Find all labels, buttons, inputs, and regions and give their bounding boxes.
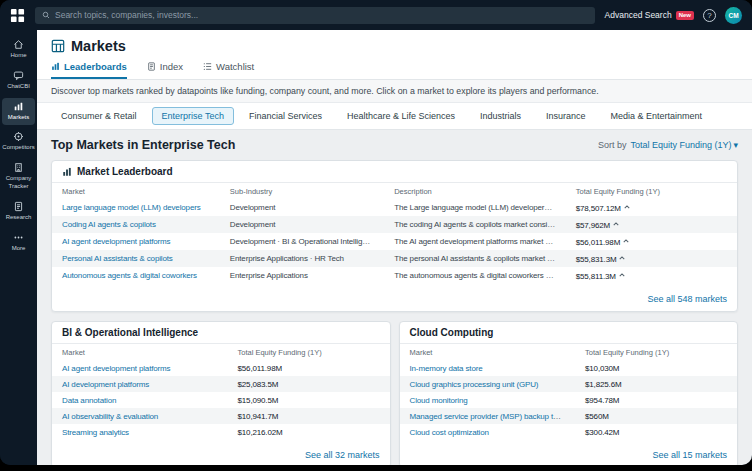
table-row[interactable]: Cloud graphics processing unit (GPU)$1,8…	[400, 376, 738, 392]
col-sub-industry: Sub-Industry	[220, 183, 384, 199]
market-link[interactable]: Streaming analytics	[62, 428, 129, 437]
home-icon	[13, 39, 24, 50]
category-insurance[interactable]: Insurance	[536, 107, 596, 125]
ellipsis-icon	[13, 232, 24, 243]
market-link[interactable]: AI agent development platforms	[62, 364, 170, 373]
content-area: Top Markets in Enterprise Tech Sort by T…	[37, 130, 752, 465]
cloud-computing-card: Cloud Computing Market Total Equity Fund…	[399, 321, 739, 465]
market-link[interactable]: Coding AI agents & copilots	[62, 220, 156, 229]
sidebar-item-chatcbi[interactable]: ChatCBI	[2, 67, 35, 95]
new-badge: New	[676, 11, 694, 20]
sidebar: Home ChatCBI Markets Competitors Company…	[0, 30, 37, 465]
help-icon[interactable]: ?	[703, 9, 716, 22]
market-link[interactable]: AI agent development platforms	[62, 237, 170, 246]
category-industrials[interactable]: Industrials	[470, 107, 531, 125]
table-row[interactable]: Data annotation$15,090.5M	[52, 392, 390, 408]
trend-icon	[619, 271, 625, 280]
search-input[interactable]	[55, 10, 588, 20]
market-link[interactable]: Cloud monitoring	[410, 396, 468, 405]
market-link[interactable]: Managed service provider (MSP) backup to…	[410, 412, 568, 421]
col-market: Market	[52, 183, 220, 199]
table-row[interactable]: AI observability & evaluation$10,941.7M	[52, 408, 390, 424]
page-title: Markets	[71, 38, 126, 54]
market-link[interactable]: Data annotation	[62, 396, 116, 405]
topbar: Advanced Search New ? CM	[0, 0, 752, 30]
leaderboards-icon	[51, 62, 60, 71]
sidebar-item-markets[interactable]: Markets	[2, 98, 35, 126]
market-link[interactable]: AI observability & evaluation	[62, 412, 158, 421]
table-row[interactable]: Autonomous agents & digital coworkers En…	[52, 267, 737, 284]
category-financial-services[interactable]: Financial Services	[239, 107, 332, 125]
app-logo-icon[interactable]	[10, 8, 25, 23]
funding-value: $56,011.98M	[576, 238, 620, 247]
document-icon	[13, 201, 24, 212]
sidebar-item-more[interactable]: More	[2, 229, 35, 257]
see-all-bi-markets-link[interactable]: See all 32 markets	[305, 450, 380, 460]
mini-table: Market Total Equity Funding (1Y) AI agen…	[52, 344, 390, 440]
market-link[interactable]: Cloud graphics processing unit (GPU)	[410, 380, 539, 389]
sidebar-item-research[interactable]: Research	[2, 198, 35, 226]
table-row[interactable]: AI development platforms$25,083.5M	[52, 376, 390, 392]
table-row[interactable]: Cloud monitoring$954.78M	[400, 392, 738, 408]
see-all-markets-link[interactable]: See all 548 markets	[647, 294, 727, 304]
category-enterprise-tech[interactable]: Enterprise Tech	[152, 107, 234, 125]
bi-operational-intelligence-card: BI & Operational Intelligence Market Tot…	[51, 321, 391, 465]
sidebar-item-competitors[interactable]: Competitors	[2, 128, 35, 156]
tab-leaderboards[interactable]: Leaderboards	[51, 61, 127, 79]
card-title: Cloud Computing	[410, 327, 494, 338]
main-content: Markets Leaderboards Index Watchlist Dis…	[37, 30, 752, 465]
tab-index[interactable]: Index	[147, 61, 183, 79]
table-row[interactable]: Cloud cost optimization$300.42M	[400, 424, 738, 440]
global-search[interactable]	[35, 7, 595, 24]
table-row[interactable]: AI agent development platforms$56,011.98…	[52, 360, 390, 376]
avatar[interactable]: CM	[725, 7, 742, 24]
category-media-entertainment[interactable]: Media & Entertainment	[601, 107, 713, 125]
page-header: Markets Leaderboards Index Watchlist	[37, 30, 752, 80]
advanced-search-button[interactable]: Advanced Search New	[605, 10, 694, 20]
funding-value: $57,962M	[576, 221, 610, 230]
trend-icon	[623, 237, 629, 246]
tab-watchlist[interactable]: Watchlist	[203, 61, 254, 79]
funding-value: $55,831.3M	[576, 255, 617, 264]
table-row[interactable]: Personal AI assistants & copilots Enterp…	[52, 250, 737, 267]
sort-value-dropdown[interactable]: Total Equity Funding (1Y) ▾	[630, 140, 738, 150]
building-icon	[13, 162, 24, 173]
section-title: Top Markets in Enterprise Tech	[51, 138, 235, 152]
mini-table: Market Total Equity Funding (1Y) In-memo…	[400, 344, 738, 440]
sidebar-item-home[interactable]: Home	[2, 36, 35, 64]
sort-by: Sort by Total Equity Funding (1Y) ▾	[598, 140, 738, 150]
table-row[interactable]: AI agent development platforms Developme…	[52, 233, 737, 250]
category-healthcare-life-sciences[interactable]: Healthcare & Life Sciences	[337, 107, 465, 125]
mini-cards-row: BI & Operational Intelligence Market Tot…	[51, 321, 738, 465]
sort-by-label: Sort by	[598, 140, 627, 150]
market-link[interactable]: Autonomous agents & digital coworkers	[62, 271, 197, 280]
funding-value: $55,811.3M	[576, 272, 616, 281]
market-link[interactable]: Cloud cost optimization	[410, 428, 489, 437]
caret-down-icon: ▾	[733, 140, 738, 150]
index-icon	[147, 62, 156, 71]
card-title: Market Leaderboard	[77, 166, 173, 177]
see-all-cloud-markets-link[interactable]: See all 15 markets	[652, 450, 727, 460]
table-row[interactable]: Large language model (LLM) developers De…	[52, 199, 737, 216]
market-link[interactable]: Large language model (LLM) developers	[62, 203, 201, 212]
category-consumer-retail[interactable]: Consumer & Retail	[51, 107, 147, 125]
markets-page-icon	[51, 39, 65, 53]
sidebar-item-company-tracker[interactable]: Company Tracker	[2, 159, 35, 195]
market-link[interactable]: AI development platforms	[62, 380, 149, 389]
topbar-right: Advanced Search New ? CM	[605, 7, 742, 24]
trend-icon	[613, 220, 619, 229]
leaderboard-table: Market Sub-Industry Description Total Eq…	[52, 183, 737, 284]
market-link[interactable]: Personal AI assistants & copilots	[62, 254, 173, 263]
table-row[interactable]: Streaming analytics$10,216.02M	[52, 424, 390, 440]
target-icon	[13, 131, 24, 142]
page-description: Discover top markets ranked by datapoint…	[37, 80, 752, 103]
table-row[interactable]: Managed service provider (MSP) backup to…	[400, 408, 738, 424]
markets-icon	[13, 101, 24, 112]
trend-icon	[624, 203, 630, 212]
market-link[interactable]: In-memory data store	[410, 364, 483, 373]
table-row[interactable]: Coding AI agents & copilots Development …	[52, 216, 737, 233]
watchlist-icon	[203, 62, 212, 71]
table-row[interactable]: In-memory data store$10,030M	[400, 360, 738, 376]
col-funding: Total Equity Funding (1Y)	[566, 183, 737, 199]
category-tabs: Consumer & Retail Enterprise Tech Financ…	[37, 103, 752, 130]
